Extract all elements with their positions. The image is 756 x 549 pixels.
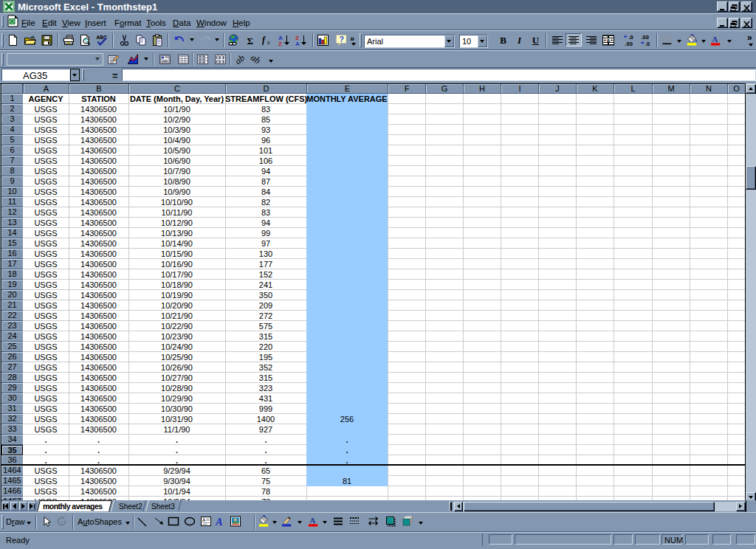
svg-text:A: A <box>202 517 206 522</box>
svg-text:?: ? <box>340 35 344 44</box>
svg-text:f: f <box>262 35 266 45</box>
svg-text:ab: ab <box>233 52 247 66</box>
svg-text:a: a <box>607 38 610 43</box>
svg-text:A: A <box>309 516 316 525</box>
svg-text:Z: Z <box>278 41 282 47</box>
svg-text:A: A <box>712 35 718 44</box>
svg-text:A: A <box>295 41 300 47</box>
svg-text:.00: .00 <box>625 41 633 47</box>
svg-text:ab: ab <box>250 52 263 66</box>
svg-text:x: x <box>267 39 270 46</box>
svg-text:Σ: Σ <box>247 35 254 46</box>
svg-text:A: A <box>216 516 223 528</box>
svg-text:.0: .0 <box>645 41 650 47</box>
